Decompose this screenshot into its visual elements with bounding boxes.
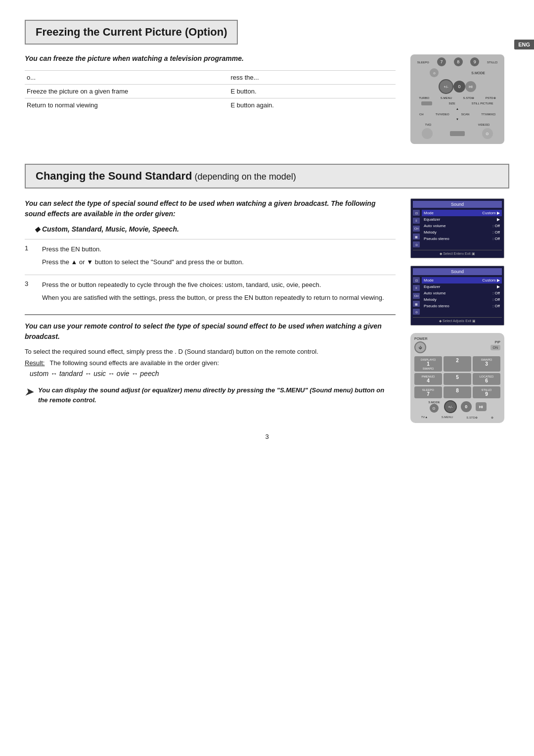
btn-sleep-7: SLEEP⊙ 7 [414, 386, 442, 398]
sound-menu-1-row-4: Melody: Off [422, 229, 502, 236]
table-row: Return to normal viewing E button again. [25, 98, 396, 112]
result-label: Result: [25, 359, 44, 367]
btn-swap-3: SWAP⊡ 3 [473, 356, 500, 372]
step-3-num: 3 [25, 280, 35, 305]
step-1: 1 Press the EN button. Press the ▲ or ▼ … [25, 239, 396, 275]
freeze-section: Freezing the Current Picture (Option) Yo… [25, 20, 509, 144]
tip-arrow-icon: ➤ [25, 384, 33, 405]
btn-5: 5 [444, 373, 471, 385]
freeze-body: You can freeze the picture when watching… [25, 54, 509, 144]
menu-icon-5: ⊙ [413, 241, 420, 247]
freeze-table-col2: ress the... [229, 71, 396, 85]
sound-title: Changing the Sound Standard [36, 170, 192, 182]
page-number: 3 [25, 433, 509, 440]
menu-icon-4b: ▦ [413, 301, 420, 307]
sound-title-suffix: (depending on the model) [192, 172, 296, 182]
sound-menu-2-row-2: Equalizer▶ [422, 284, 502, 290]
sound-body: You can select the type of special sound… [25, 198, 509, 423]
result-row: Result: The following sound effects are … [25, 359, 396, 367]
result-text: The following sound effects are availabl… [49, 359, 219, 367]
sound-title-box: Changing the Sound Standard (depending o… [25, 164, 509, 189]
sound-menu-1: Sound ⊡ ≡ CH ▦ ⊙ ModeCustom ▶ [410, 198, 504, 258]
freeze-title: Freezing the Current Picture (Option) [36, 26, 227, 38]
bottom-remote: POWER ⏻ PIP ON DISPLAY⊡ 1 SWAP⊡ [410, 333, 504, 423]
sound-intro: You can select the type of special sound… [25, 198, 396, 219]
btn-8: 8 [444, 386, 471, 398]
sound-menu-1-row-2: Equalizer▶ [422, 216, 502, 223]
freeze-content: You can freeze the picture when watching… [25, 54, 396, 144]
sound-menu-2-title: Sound [413, 268, 502, 275]
step-3-line-2: When you are satisfied with the settings… [42, 293, 396, 303]
sound-menu-1-row-3: Auto volume: Off [422, 223, 502, 229]
sound-images: Sound ⊡ ≡ CH ▦ ⊙ ModeCustom ▶ [410, 198, 509, 423]
menu-icon-2: ≡ [413, 218, 420, 224]
sound-menu-2: Sound ⊡ ≡ CH ▦ ⊙ ModeCustom ▶ [410, 266, 504, 326]
sound-content: You can select the type of special sound… [25, 198, 396, 423]
tip-text: You can display the sound adjust (or equ… [38, 385, 396, 405]
freeze-remote-image: SLEEP⊙ 7 8 9 STILL⊡ ⊙ S.MODE +/- [410, 54, 509, 144]
sound-bullet: Custom, Standard, Music, Movie, Speech. [35, 225, 396, 233]
sound-menu-2-row-1: ModeCustom ▶ [422, 277, 502, 284]
on-btn: ON [490, 345, 501, 350]
menu-icon-4: ▦ [413, 234, 420, 239]
tip-box: ➤ You can display the sound adjust (or e… [25, 385, 396, 405]
sound-menu-1-row-1: ModeCustom ▶ [422, 210, 502, 216]
menu-icon-1: ⊡ [413, 210, 420, 216]
freeze-intro: You can freeze the picture when watching… [25, 54, 396, 62]
menu-icon-3b: CH [413, 293, 420, 299]
remote-text: To select the required sound effect, sim… [25, 348, 396, 355]
menu-icon-3: CH [413, 226, 420, 232]
step-1-line-2: Press the ▲ or ▼ button to select the "S… [42, 257, 396, 267]
page-container: ENG Freezing the Current Picture (Option… [0, 0, 534, 756]
step-1-content: Press the EN button. Press the ▲ or ▼ bu… [42, 244, 396, 270]
freeze-button-1: E button. [229, 85, 396, 98]
step-3: 3 Press the or button repeatedly to cycl… [25, 275, 396, 310]
step-1-line-1: Press the EN button. [42, 244, 396, 254]
power-btn: ⏻ [414, 341, 426, 353]
sound-menu-2-footer: ◆ Select Adjust± Exit ▣ [413, 317, 502, 323]
freeze-table-col1: o... [25, 71, 229, 85]
freeze-action-2: Return to normal viewing [25, 98, 229, 112]
sound-menu-2-row-5: Pseudo stereo: Off [422, 303, 502, 309]
eng-badge: ENG [514, 40, 534, 49]
btn-display-1: DISPLAY⊡ 1 SWAP⊡ [414, 356, 442, 372]
freeze-action-1: Freeze the picture on a given frame [25, 85, 229, 98]
sound-menu-1-row-5: Pseudo stereo: Off [422, 236, 502, 242]
top-remote: SLEEP⊙ 7 8 9 STILL⊡ ⊙ S.MODE +/- [410, 54, 504, 144]
step-3-content: Press the or button repeatedly to cycle … [42, 280, 396, 305]
freeze-title-box: Freezing the Current Picture (Option) [25, 20, 238, 45]
menu-icon-1b: ⊡ [413, 277, 420, 283]
step-3-line-1: Press the or button repeatedly to cycle … [42, 280, 396, 290]
sound-menu-1-title: Sound [413, 201, 502, 208]
remote-intro: You can use your remote control to selec… [25, 321, 396, 342]
btn-still-9: STILL⊡ 9 [473, 386, 500, 398]
sound-menu-2-row-3: Auto volume: Off [422, 290, 502, 296]
menu-icon-5b: ⊙ [413, 309, 420, 315]
freeze-table: o... ress the... Freeze the picture on a… [25, 70, 396, 112]
num-grid: DISPLAY⊡ 1 SWAP⊡ 2 SWAP⊡ 3 PMENU⊡ [414, 356, 500, 398]
arrow-sequence: ustom ↔ tandard ↔ usic ↔ ovie ↔ peech [30, 370, 396, 378]
btn-pmenu-4: PMENU⊡ 4 [414, 373, 442, 385]
sound-section: Changing the Sound Standard (depending o… [25, 164, 509, 423]
btn-2: 2 [444, 356, 471, 372]
sound-menu-2-row-4: Melody: Off [422, 296, 502, 303]
btn-locate-6: LOCATE⊡ 6 [473, 373, 500, 385]
menu-icon-2b: ≡ [413, 285, 420, 291]
step-1-num: 1 [25, 244, 35, 270]
table-row: Freeze the picture on a given frame E bu… [25, 85, 396, 98]
freeze-button-2: E button again. [229, 98, 396, 112]
remote-section: You can use your remote control to selec… [25, 314, 396, 378]
sound-menu-1-footer: ◆ Select Enter± Exit ▣ [413, 250, 502, 256]
